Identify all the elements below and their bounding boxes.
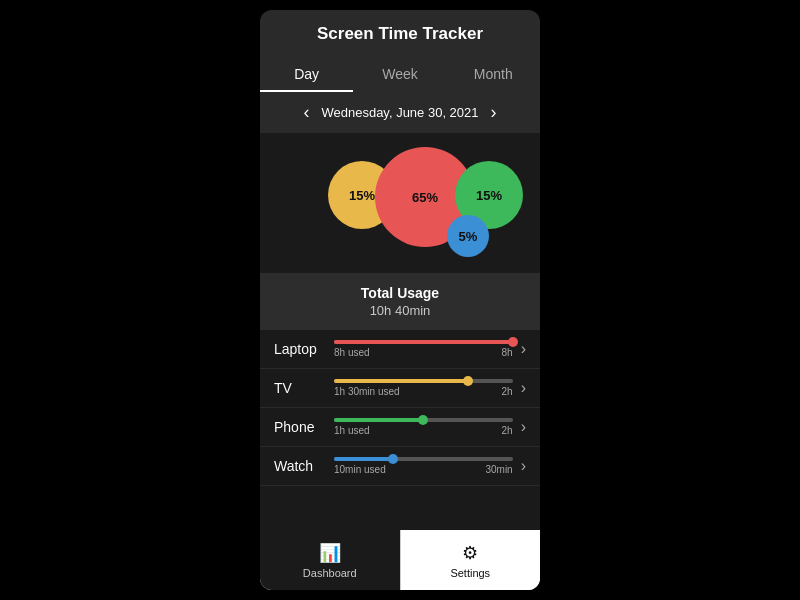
progress-fill-laptop xyxy=(334,340,513,344)
device-name-watch: Watch xyxy=(274,458,326,474)
nav-settings[interactable]: ⚙ Settings xyxy=(401,530,541,590)
progress-dot-tv xyxy=(463,376,473,386)
date-navigation: ‹ Wednesday, June 30, 2021 › xyxy=(260,92,540,133)
chevron-right-laptop: › xyxy=(521,340,526,358)
progress-dot-phone xyxy=(418,415,428,425)
progress-labels-laptop: 8h used 8h xyxy=(334,347,513,358)
bubble-blue: 5% xyxy=(447,215,489,257)
next-date-button[interactable]: › xyxy=(491,102,497,123)
prev-date-button[interactable]: ‹ xyxy=(303,102,309,123)
progress-track-watch xyxy=(334,457,513,461)
total-usage-box: Total Usage 10h 40min xyxy=(260,273,540,330)
progress-track-phone xyxy=(334,418,513,422)
device-name-phone: Phone xyxy=(274,419,326,435)
device-detail-watch: 10min used 30min xyxy=(334,457,513,475)
app-header: Screen Time Tracker xyxy=(260,10,540,54)
device-list: Laptop 8h used 8h › TV 1h xyxy=(260,330,540,530)
progress-dot-laptop xyxy=(508,337,518,347)
settings-icon: ⚙ xyxy=(462,542,478,564)
total-usage-time: 10h 40min xyxy=(260,303,540,318)
progress-labels-tv: 1h 30min used 2h xyxy=(334,386,513,397)
progress-fill-watch xyxy=(334,457,393,461)
nav-settings-label: Settings xyxy=(450,567,490,579)
tab-week[interactable]: Week xyxy=(353,60,446,92)
chevron-right-phone: › xyxy=(521,418,526,436)
device-name-laptop: Laptop xyxy=(274,341,326,357)
device-detail-laptop: 8h used 8h xyxy=(334,340,513,358)
device-item-tv[interactable]: TV 1h 30min used 2h › xyxy=(260,369,540,408)
device-item-laptop[interactable]: Laptop 8h used 8h › xyxy=(260,330,540,369)
bottom-navigation: 📊 Dashboard ⚙ Settings xyxy=(260,530,540,590)
device-detail-tv: 1h 30min used 2h xyxy=(334,379,513,397)
progress-dot-watch xyxy=(388,454,398,464)
device-detail-phone: 1h used 2h xyxy=(334,418,513,436)
device-item-phone[interactable]: Phone 1h used 2h › xyxy=(260,408,540,447)
current-date: Wednesday, June 30, 2021 xyxy=(321,105,478,120)
tab-day[interactable]: Day xyxy=(260,60,353,92)
progress-fill-tv xyxy=(334,379,468,383)
nav-dashboard[interactable]: 📊 Dashboard xyxy=(260,530,400,590)
progress-labels-phone: 1h used 2h xyxy=(334,425,513,436)
nav-dashboard-label: Dashboard xyxy=(303,567,357,579)
chevron-right-tv: › xyxy=(521,379,526,397)
device-item-watch[interactable]: Watch 10min used 30min › xyxy=(260,447,540,486)
phone-container: Screen Time Tracker Day Week Month ‹ Wed… xyxy=(260,10,540,590)
chevron-right-watch: › xyxy=(521,457,526,475)
device-name-tv: TV xyxy=(274,380,326,396)
progress-fill-phone xyxy=(334,418,423,422)
dashboard-icon: 📊 xyxy=(319,542,341,564)
progress-labels-watch: 10min used 30min xyxy=(334,464,513,475)
tab-bar: Day Week Month xyxy=(260,54,540,92)
total-usage-label: Total Usage xyxy=(260,285,540,301)
progress-track-laptop xyxy=(334,340,513,344)
usage-bubbles: 15% 65% 15% 5% xyxy=(260,133,540,273)
app-title: Screen Time Tracker xyxy=(317,24,483,43)
progress-track-tv xyxy=(334,379,513,383)
tab-month[interactable]: Month xyxy=(447,60,540,92)
